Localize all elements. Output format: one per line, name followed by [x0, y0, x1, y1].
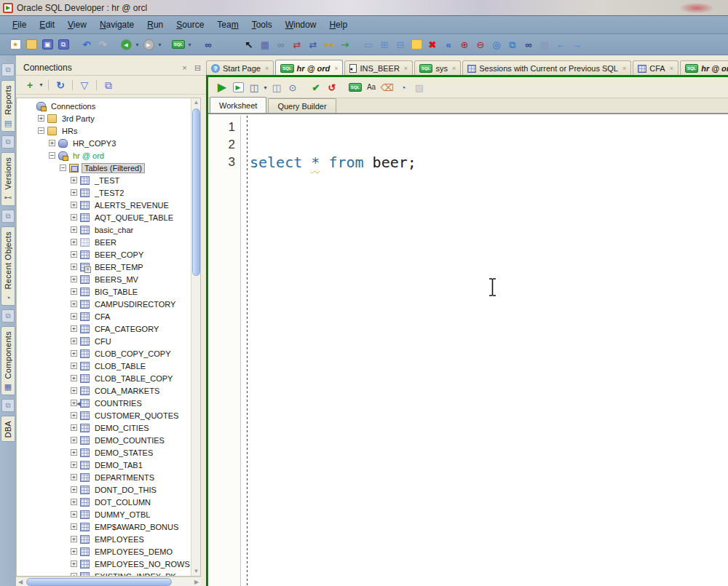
doc-tab-hr-ord[interactable]: SQLhr @ ord×	[275, 60, 343, 76]
panel-handle-icon[interactable]: ⧉	[1, 63, 15, 76]
collapse-minus-icon[interactable]: −	[49, 152, 55, 159]
add-connection-dropdown[interactable]: ▾	[38, 82, 44, 88]
tree-row[interactable]: +EMP$AWARD_BONUS	[17, 520, 191, 533]
autotrace-icon[interactable]: ◫	[269, 80, 284, 95]
sidebar-item-reports[interactable]: Reports▤	[1, 80, 15, 132]
tree-node-label[interactable]: EMP$AWARD_BONUS	[92, 523, 181, 531]
expand-plus-icon[interactable]: +	[71, 511, 77, 518]
run-statement-icon[interactable]: ▶	[215, 80, 229, 95]
scroll-down-arrow[interactable]: ▼	[191, 567, 201, 576]
tree-row[interactable]: +CUSTOMER_QUOTES	[17, 409, 191, 421]
tree-row[interactable]: +_TEST	[17, 174, 191, 186]
expand-plus-icon[interactable]: +	[71, 536, 77, 542]
save-icon[interactable]: ▣	[40, 37, 55, 52]
board-minus-icon[interactable]: ⊟	[393, 37, 408, 52]
tree-row[interactable]: +CFU	[17, 335, 191, 347]
tree-node-label[interactable]: 3rd Party	[60, 114, 97, 123]
minimize-panel-button[interactable]: ⊟	[192, 63, 203, 74]
tree-row[interactable]: +basic_char	[17, 223, 191, 236]
tree-row[interactable]: +HR_COPY3	[17, 137, 191, 149]
tree-row[interactable]: +_TEST2	[17, 186, 191, 199]
tab-worksheet[interactable]: Worksheet	[210, 97, 266, 113]
expand-plus-icon[interactable]: +	[71, 486, 77, 493]
change-case-icon[interactable]: Aa	[364, 80, 379, 95]
open-folder-icon[interactable]	[24, 37, 39, 52]
explain-plan-icon[interactable]: ◫	[247, 80, 261, 95]
tree-node-label[interactable]: CFU	[92, 337, 114, 346]
doc-tab-sessions-with-current-or-previous-sql[interactable]: Sessions with Current or Previous SQL×	[462, 60, 631, 76]
tree-node-label[interactable]: EMPLOYEES_DEMO	[92, 547, 175, 556]
doc-tab-sys[interactable]: SQLsys×	[414, 60, 461, 76]
tree-node-label[interactable]: DEMO_CITIES	[92, 424, 151, 432]
menu-edit[interactable]: Edit	[33, 17, 61, 32]
refresh-icon[interactable]: ↻	[53, 78, 68, 92]
expand-plus-icon[interactable]: +	[71, 288, 77, 295]
tree-row[interactable]: +EMPLOYEES_DEMO	[17, 545, 191, 558]
collapse-all-icon[interactable]: «	[441, 37, 456, 52]
close-tab-icon[interactable]: ×	[265, 65, 269, 72]
key-icon[interactable]: ⊶	[322, 37, 336, 52]
expand-plus-icon[interactable]: +	[71, 301, 77, 307]
tree-node-label[interactable]: BIG_TABLE	[92, 288, 140, 296]
undo-icon[interactable]: ↶	[79, 37, 94, 52]
menu-run[interactable]: Run	[141, 17, 170, 32]
tree-row[interactable]: +CLOB_TABLE	[17, 360, 191, 372]
tree-node-label[interactable]: DOT_COLUMN	[92, 498, 153, 507]
find-binoculars-icon[interactable]: ∞	[521, 37, 536, 52]
tree-node-label[interactable]: ALERTS_REVENUE	[92, 201, 171, 210]
doc-tab-hr-ord-1[interactable]: SQLhr @ ord~1×	[680, 60, 728, 76]
expand-plus-icon[interactable]: +	[71, 338, 77, 344]
rollback-icon[interactable]: ↺	[325, 80, 339, 95]
close-tab-icon[interactable]: ×	[452, 65, 456, 72]
tree-row[interactable]: +BEER	[17, 236, 191, 248]
tree-row[interactable]: +AQT_QUEUE_TABLE	[17, 211, 191, 223]
tree-node-label[interactable]: HR_COPY3	[71, 139, 118, 148]
tree-node-label[interactable]: DEMO_COUNTIES	[92, 436, 167, 445]
tree-row[interactable]: +EMPLOYEES	[17, 533, 191, 545]
flow-arrow-icon[interactable]: ⇢	[338, 37, 352, 52]
save-all-icon[interactable]: ⧉	[56, 37, 71, 52]
spectacles-icon[interactable]: ∞	[274, 37, 288, 52]
expand-model-icon[interactable]: ⇄	[290, 37, 304, 52]
expand-plus-icon[interactable]: +	[71, 189, 77, 196]
tree-node-label[interactable]: AQT_QUEUE_TABLE	[92, 213, 175, 222]
close-tab-icon[interactable]: ×	[404, 65, 408, 72]
tree-row[interactable]: +EMPLOYEES_NO_ROWS	[17, 558, 191, 570]
cascade-windows-icon[interactable]: ⧉	[101, 78, 116, 92]
close-tab-icon[interactable]: ×	[334, 65, 338, 72]
tree-row[interactable]: +BEER_TEMP	[17, 261, 191, 273]
expand-plus-icon[interactable]: +	[49, 140, 55, 146]
doc-tab-cfa[interactable]: CFA×	[633, 60, 678, 76]
menu-view[interactable]: View	[61, 17, 93, 32]
table-view-icon[interactable]: ▦	[258, 37, 272, 52]
add-connection-icon[interactable]: +	[23, 78, 37, 92]
tree-node-label[interactable]: BEER_COPY	[92, 250, 146, 259]
collapse-minus-icon[interactable]: −	[60, 165, 66, 171]
expand-plus-icon[interactable]: +	[71, 177, 77, 183]
tree-row[interactable]: +DEMO_TAB1	[17, 459, 191, 471]
forward-dropdown[interactable]: ▾	[157, 41, 163, 48]
scroll-up-arrow[interactable]: ▲	[191, 98, 201, 107]
tree-row[interactable]: +DEPARTMENTS	[17, 471, 191, 483]
sidebar-item-versions[interactable]: Versions⊷	[1, 152, 15, 207]
board-icon[interactable]: ▭	[361, 37, 376, 52]
forward-icon[interactable]: ▶	[141, 37, 156, 52]
panel-handle-icon[interactable]: ⧉	[1, 399, 15, 412]
sidebar-item-components[interactable]: Components▦	[1, 326, 15, 395]
tree-node-label[interactable]: BEER	[92, 238, 119, 247]
tree-row[interactable]: +COUNTRIES	[17, 397, 191, 409]
tree-row[interactable]: +3rd Party	[17, 112, 191, 124]
unshared-worksheet-icon[interactable]: SQL	[348, 80, 363, 95]
scroll-right-arrow[interactable]: ▶	[192, 577, 201, 586]
tree-node-label[interactable]: COUNTRIES	[92, 399, 144, 408]
clear-icon[interactable]: ⌫	[380, 80, 395, 95]
expand-plus-icon[interactable]: +	[71, 548, 77, 555]
tree-node-label[interactable]: _TEST2	[92, 189, 126, 197]
tree-node-label[interactable]: DUMMY_OTBL	[92, 510, 152, 519]
menu-tools[interactable]: Tools	[245, 17, 279, 32]
tree-node-label[interactable]: HRs	[60, 127, 79, 135]
expand-plus-icon[interactable]: +	[71, 437, 77, 443]
back-icon[interactable]: ◀	[119, 37, 133, 52]
new-sql-worksheet-icon[interactable]: SQL	[171, 37, 186, 52]
tree-row[interactable]: +DUMMY_OTBL	[17, 508, 191, 520]
